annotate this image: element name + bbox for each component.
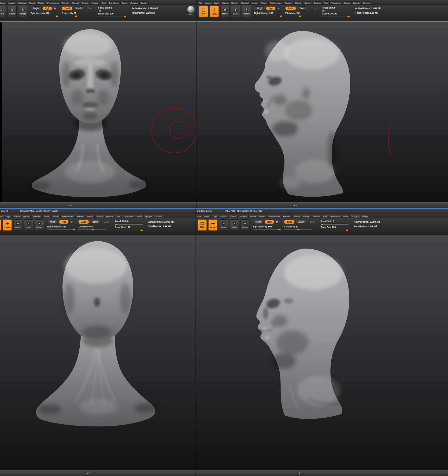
menu-item[interactable]: Zplugin [351, 1, 361, 5]
menu-item[interactable]: Transform [330, 1, 342, 5]
focal-shift-handle[interactable] [115, 224, 117, 225]
scroll-up-arrow-icon[interactable]: ▲ [86, 472, 89, 474]
menu-item[interactable]: Preferences [60, 215, 75, 218]
focal-shift-slider[interactable]: Focal Shift 0 [115, 220, 143, 224]
menu-item[interactable]: Marker [7, 1, 17, 5]
menu-item[interactable]: Marker [230, 1, 239, 5]
menu-item[interactable]: Stroke [95, 215, 104, 218]
mrgb-button[interactable]: Mrgb [31, 6, 42, 10]
menu-item[interactable]: Preferences [267, 215, 281, 218]
rgb-intensity-handle[interactable] [278, 229, 280, 230]
menu-item[interactable]: Material [17, 1, 27, 5]
menu-item[interactable]: Texture [105, 215, 114, 218]
menu-item[interactable]: Tool [100, 1, 107, 5]
rgb-button[interactable]: Rgb [266, 6, 276, 10]
menu-item[interactable]: Transform [108, 1, 120, 5]
sculpt-viewport-front[interactable] [0, 22, 197, 202]
menu-item[interactable]: Movie [28, 1, 36, 5]
menu-item[interactable]: Render [61, 1, 71, 5]
scroll-up-arrow-icon[interactable]: ▲ [293, 204, 296, 206]
move-button[interactable]: M Move [220, 6, 229, 17]
mrgb-button[interactable]: Mrgb [253, 220, 264, 224]
zcut-button[interactable]: Zcut [85, 6, 95, 10]
menu-item[interactable]: Stencil [292, 215, 301, 218]
zadd-button[interactable]: Zadd [62, 6, 72, 10]
rgb-modifier-button[interactable]: M [69, 220, 73, 224]
z-intensity-slider[interactable]: Z Intensity 51 [62, 12, 95, 16]
menu-item[interactable]: Picker [51, 215, 60, 218]
sculpt-viewport-profile[interactable] [197, 22, 448, 202]
menu-item[interactable]: Stroke [303, 1, 312, 5]
menu-item[interactable]: Picker [258, 215, 266, 218]
scale-button[interactable]: S Scale [24, 219, 33, 231]
zcut-button[interactable]: Zcut [102, 220, 112, 224]
menu-item[interactable]: Render [282, 215, 292, 218]
menu-item[interactable]: Zoom [120, 1, 128, 5]
menu-item[interactable]: Marker [228, 215, 238, 218]
z-intensity-slider[interactable]: Z Intensity 51 [78, 225, 112, 230]
move-button[interactable]: M Move [0, 6, 6, 17]
rgb-intensity-slider[interactable]: Rgb Intensity 100 [254, 12, 282, 16]
menu-item[interactable]: Zscript [362, 1, 371, 5]
scroll-down-arrow-icon[interactable]: ▼ [89, 472, 91, 474]
scroll-strip[interactable]: ▲▼ [195, 470, 448, 476]
menu-item[interactable]: Preferences [46, 1, 60, 5]
zsub-button[interactable]: Zsub [73, 6, 84, 10]
scroll-down-arrow-icon[interactable]: ▼ [296, 204, 298, 206]
edit-button[interactable]: Edit [199, 6, 208, 17]
rgb-intensity-slider[interactable]: Rgb Intensity 100 [253, 225, 281, 230]
z-intensity-slider[interactable]: Z Intensity 51 [284, 225, 317, 230]
menu-item[interactable]: Macro [219, 215, 228, 218]
draw-size-handle[interactable] [346, 230, 348, 231]
scroll-strip[interactable]: ▲▼ [197, 202, 448, 208]
menu-item[interactable]: Zscript [361, 215, 370, 218]
menu-item[interactable]: Zoom [135, 215, 143, 218]
focal-shift-handle[interactable] [99, 10, 101, 12]
z-intensity-handle[interactable] [297, 229, 299, 230]
menu-item[interactable]: Light [213, 1, 220, 5]
menu-item[interactable]: Zoom [343, 1, 351, 5]
draw-size-slider[interactable]: Draw Size 100 [98, 12, 126, 17]
menu-item[interactable]: Zscript [154, 215, 163, 218]
draw-size-slider[interactable]: Draw Size 100 [322, 12, 350, 17]
focal-shift-handle[interactable] [321, 224, 323, 225]
draw-button[interactable]: Draw [210, 6, 219, 17]
menu-item[interactable]: Transform [122, 215, 134, 218]
zadd-button[interactable]: Zadd [285, 6, 296, 10]
menu-item[interactable]: Movie [250, 1, 259, 5]
menu-item[interactable]: Transform [329, 215, 341, 218]
scroll-strip[interactable]: ▲▼ [0, 470, 195, 476]
menu-item[interactable]: Zscript [139, 1, 149, 5]
zsub-button[interactable]: Zsub [297, 6, 308, 10]
rgb-button[interactable]: Rgb [42, 6, 52, 10]
focal-shift-slider[interactable]: Focal Shift 0 [322, 6, 350, 11]
menu-item[interactable]: Render [283, 1, 293, 5]
menu-item[interactable]: Stroke [302, 215, 311, 218]
z-intensity-handle[interactable] [299, 16, 301, 17]
scroll-up-arrow-icon[interactable]: ▲ [299, 472, 301, 474]
menu-item[interactable]: Material [239, 1, 250, 5]
scroll-strip[interactable]: ▲▼ [0, 202, 197, 208]
zsub-button[interactable]: Zsub [295, 220, 306, 224]
menu-item[interactable]: Zoom [342, 215, 350, 218]
menu-item[interactable]: Stencil [71, 1, 80, 5]
focal-shift-slider[interactable]: Focal Shift 0 [321, 220, 349, 224]
rgb-modifier-button[interactable]: M [275, 220, 279, 224]
rgb-intensity-slider[interactable]: Rgb Intensity 100 [47, 225, 75, 230]
mrgb-button[interactable]: Mrgb [254, 6, 265, 10]
menu-item[interactable]: Tool [321, 215, 328, 218]
zadd-button[interactable]: Zadd [78, 220, 89, 224]
menu-item[interactable]: Material [31, 215, 42, 218]
menu-item[interactable]: Zplugin [350, 215, 360, 218]
z-intensity-slider[interactable]: Z Intensity 51 [285, 12, 319, 16]
sculpt-viewport-three-quarter[interactable] [195, 235, 448, 470]
scroll-up-arrow-icon[interactable]: ▲ [68, 204, 71, 206]
rotate-button[interactable]: R Rotate [240, 219, 250, 231]
menu-item[interactable]: Light [5, 215, 12, 218]
rgb-intensity-handle[interactable] [73, 229, 75, 230]
draw-button[interactable]: Draw [3, 219, 12, 231]
zcut-button[interactable]: Zcut [307, 220, 317, 224]
zsub-button[interactable]: Zsub [90, 220, 101, 224]
draw-button[interactable]: Draw [208, 219, 217, 231]
menu-item[interactable]: Texture [311, 215, 321, 218]
